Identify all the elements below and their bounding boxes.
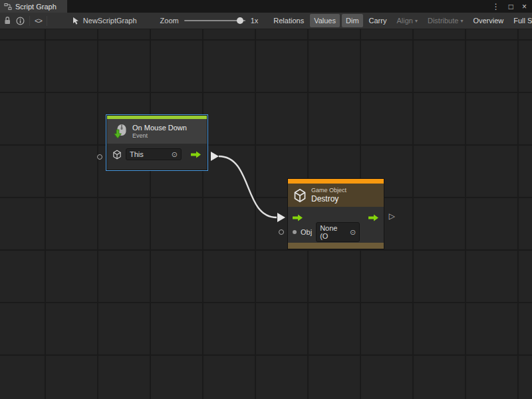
lock-icon[interactable] <box>3 15 11 27</box>
toolbar-separator <box>47 16 47 26</box>
obj-input-port[interactable] <box>279 229 284 235</box>
flow-out-port[interactable] <box>368 214 379 221</box>
connection-wire[interactable] <box>219 156 277 217</box>
toolbar-separator <box>29 16 30 26</box>
connection-start-arrow <box>211 152 219 161</box>
graph-breadcrumb[interactable]: NewScriptGraph <box>72 17 137 25</box>
obj-field[interactable]: None (O ⊙ <box>316 222 360 242</box>
overview-button[interactable]: Overview <box>469 14 507 27</box>
wire-layer <box>0 29 532 399</box>
dim-button[interactable]: Dim <box>342 14 363 27</box>
script-graph-window: Script Graph ⋮ □ × <> <box>0 0 532 399</box>
flow-continue-port[interactable]: ▷ <box>389 212 395 220</box>
node-category: Game Object <box>311 187 346 194</box>
zoom-value: 1x <box>251 17 259 25</box>
connection-end-arrow <box>277 213 285 222</box>
maximize-icon[interactable]: □ <box>509 3 513 11</box>
target-field-value: This <box>130 150 144 158</box>
obj-input-label: Obj <box>301 228 312 236</box>
node-destroy[interactable]: Game Object Destroy Obj None (O ⊙ <box>287 178 384 249</box>
graph-canvas[interactable]: On Mouse Down Event This ⊙ <box>0 29 532 399</box>
graph-name: NewScriptGraph <box>83 17 137 25</box>
tab-script-graph[interactable]: Script Graph <box>0 0 67 13</box>
node-subtitle: Event <box>132 132 187 140</box>
zoom-control: Zoom 1x <box>160 17 259 25</box>
info-icon[interactable] <box>16 15 25 27</box>
mouse-down-icon <box>112 123 128 140</box>
obj-field-value: None (O <box>320 224 347 240</box>
node-accent-bar <box>288 179 384 184</box>
kebab-menu-icon[interactable]: ⋮ <box>492 3 500 11</box>
node-body: This ⊙ <box>107 144 207 170</box>
chevron-down-icon: ▾ <box>460 18 463 24</box>
flow-in-port[interactable] <box>293 214 303 221</box>
cube-icon <box>293 188 307 203</box>
script-graph-tab-icon <box>4 3 12 11</box>
fullscreen-button[interactable]: Full S <box>509 14 532 27</box>
node-header: On Mouse Down Event <box>107 119 207 144</box>
node-title: Destroy <box>311 194 346 203</box>
target-field[interactable]: This ⊙ <box>126 148 182 160</box>
values-button[interactable]: Values <box>310 14 340 27</box>
code-icon[interactable]: <> <box>35 15 42 27</box>
object-picker-icon[interactable]: ⊙ <box>172 151 178 158</box>
node-footer-bar <box>288 243 384 249</box>
toolbar-buttons: Relations Values Dim Carry Align ▾ Distr… <box>269 14 532 27</box>
obj-value-port[interactable] <box>293 230 297 234</box>
titlebar: Script Graph ⋮ □ × <box>0 0 532 13</box>
graph-toolbar: <> NewScriptGraph Zoom 1x Relations Valu… <box>0 13 532 29</box>
close-icon[interactable]: × <box>522 3 527 11</box>
zoom-slider[interactable] <box>184 20 245 21</box>
distribute-button[interactable]: Distribute ▾ <box>424 14 467 27</box>
node-title: On Mouse Down <box>132 124 187 132</box>
graph-asset-icon <box>72 17 80 25</box>
carry-button[interactable]: Carry <box>365 14 391 27</box>
target-input-port[interactable] <box>97 154 102 160</box>
flow-out-port[interactable] <box>191 151 201 158</box>
node-header: Game Object Destroy <box>288 184 384 207</box>
relations-button[interactable]: Relations <box>269 14 308 27</box>
zoom-slider-handle[interactable] <box>237 17 243 24</box>
chevron-down-icon: ▾ <box>415 18 418 24</box>
align-button[interactable]: Align ▾ <box>392 14 421 27</box>
cube-icon <box>112 150 122 160</box>
node-on-mouse-down[interactable]: On Mouse Down Event This ⊙ <box>106 115 207 170</box>
tab-title: Script Graph <box>15 3 57 11</box>
zoom-label: Zoom <box>160 17 179 25</box>
object-picker-icon[interactable]: ⊙ <box>350 229 356 236</box>
obj-input-row: Obj None (O ⊙ <box>288 224 384 243</box>
